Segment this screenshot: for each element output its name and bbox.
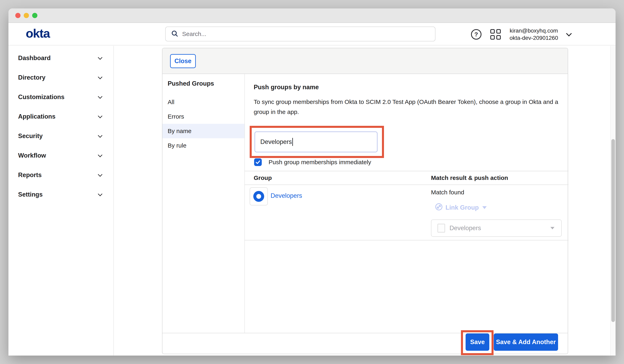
group-circle-icon bbox=[253, 191, 264, 202]
footer-divider bbox=[162, 333, 568, 333]
column-group: Group bbox=[254, 175, 272, 181]
table-header-row: Group Match result & push action bbox=[244, 171, 569, 185]
app-group-icon bbox=[438, 224, 445, 233]
select-caret-icon bbox=[550, 227, 554, 229]
search-placeholder: Search... bbox=[182, 30, 206, 37]
column-match-result: Match result & push action bbox=[431, 175, 508, 181]
account-org: okta-dev-20901260 bbox=[510, 34, 558, 42]
sidebar-item-settings[interactable]: Settings bbox=[8, 185, 113, 204]
chevron-down-icon bbox=[98, 55, 103, 60]
link-group-label: Link Group bbox=[445, 204, 479, 211]
sidebar-item-customizations[interactable]: Customizations bbox=[8, 87, 113, 107]
account-menu[interactable]: kiran@boxyhq.com okta-dev-20901260 bbox=[510, 27, 558, 42]
checkbox-label: Push group memberships immediately bbox=[269, 159, 371, 166]
okta-logo: okta bbox=[26, 26, 50, 40]
app-group-value: Developers bbox=[449, 225, 546, 232]
push-immediately-row[interactable]: Push group memberships immediately bbox=[254, 158, 371, 166]
text-cursor bbox=[292, 138, 293, 146]
checkbox-checked-icon[interactable] bbox=[254, 158, 262, 166]
tab-by-name[interactable]: By name bbox=[162, 124, 244, 138]
grid-cell bbox=[490, 29, 495, 34]
sidebar-item-workflow[interactable]: Workflow bbox=[8, 146, 113, 165]
subnav-divider bbox=[244, 74, 245, 333]
desktop-background: okta Search... ? kiran@boxyhq.com bbox=[0, 0, 624, 364]
chevron-down-icon bbox=[98, 153, 103, 157]
tab-by-rule[interactable]: By rule bbox=[162, 138, 244, 153]
group-input-value: Developers bbox=[260, 138, 292, 146]
group-avatar bbox=[250, 187, 268, 206]
scrollbar-thumb[interactable] bbox=[611, 139, 615, 322]
pushed-groups-tabs: All Errors By name By rule bbox=[162, 95, 244, 153]
sidebar-item-dashboard[interactable]: Dashboard bbox=[8, 48, 113, 68]
nav-right-cluster: ? kiran@boxyhq.com okta-dev-20901260 bbox=[471, 23, 571, 45]
sidebar-item-security[interactable]: Security bbox=[8, 126, 113, 146]
grid-cell bbox=[496, 29, 501, 34]
row-divider bbox=[244, 240, 569, 240]
top-nav: okta Search... ? kiran@boxyhq.com bbox=[8, 23, 616, 45]
push-groups-panel: Close Pushed Groups All Errors By name B… bbox=[162, 48, 568, 354]
link-group-button[interactable]: Link Group bbox=[435, 203, 487, 212]
minimize-window-icon[interactable] bbox=[24, 13, 29, 18]
window-titlebar bbox=[8, 8, 616, 23]
grid-cell bbox=[496, 35, 501, 40]
scrollbar-track[interactable] bbox=[610, 46, 616, 356]
sidebar-item-reports[interactable]: Reports bbox=[8, 165, 113, 185]
sidebar-nav: Dashboard Directory Customizations Appli… bbox=[8, 46, 114, 356]
save-add-another-button[interactable]: Save & Add Another bbox=[494, 334, 558, 351]
chevron-down-icon bbox=[98, 114, 103, 118]
form-title: Push groups by name bbox=[254, 84, 319, 91]
group-search-input[interactable]: Developers bbox=[255, 131, 378, 152]
link-icon bbox=[435, 203, 443, 212]
app-group-select[interactable]: Developers bbox=[431, 219, 562, 237]
browser-window: okta Search... ? kiran@boxyhq.com bbox=[8, 8, 616, 356]
search-input[interactable]: Search... bbox=[165, 26, 435, 41]
tab-errors[interactable]: Errors bbox=[162, 109, 244, 124]
chevron-down-icon bbox=[98, 75, 103, 79]
annotation-highlight-input: Developers bbox=[250, 126, 384, 158]
account-email: kiran@boxyhq.com bbox=[510, 27, 558, 34]
panel-header: Close bbox=[162, 48, 568, 74]
pushed-groups-title: Pushed Groups bbox=[168, 80, 214, 87]
group-name-link[interactable]: Developers bbox=[271, 192, 302, 199]
chevron-down-icon[interactable] bbox=[566, 31, 572, 36]
close-window-icon[interactable] bbox=[15, 13, 21, 18]
tab-all[interactable]: All bbox=[162, 95, 244, 109]
form-description: To sync group memberships from Okta to S… bbox=[254, 97, 567, 117]
annotation-highlight-save bbox=[461, 330, 494, 355]
sidebar-item-directory[interactable]: Directory bbox=[8, 68, 113, 87]
chevron-down-icon bbox=[98, 192, 103, 196]
chevron-down-icon bbox=[98, 172, 103, 177]
search-icon bbox=[171, 30, 179, 38]
grid-cell bbox=[490, 35, 495, 40]
match-result-text: Match found bbox=[431, 189, 464, 196]
chevron-down-icon bbox=[98, 133, 103, 138]
chevron-down-icon bbox=[98, 94, 103, 99]
maximize-window-icon[interactable] bbox=[32, 13, 37, 18]
help-icon[interactable]: ? bbox=[471, 29, 481, 40]
dropdown-caret-icon bbox=[482, 206, 487, 209]
apps-grid-icon[interactable] bbox=[490, 29, 501, 40]
close-button[interactable]: Close bbox=[170, 54, 196, 68]
sidebar-item-applications[interactable]: Applications bbox=[8, 107, 113, 126]
